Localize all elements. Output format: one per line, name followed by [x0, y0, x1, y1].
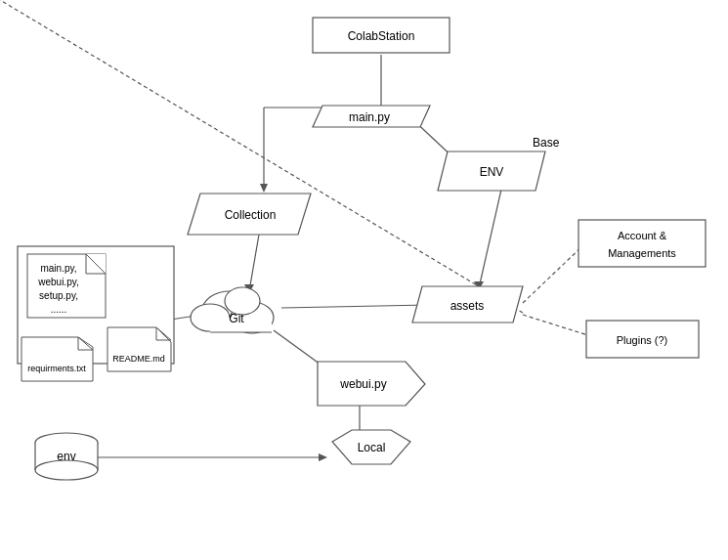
env-db-node: env — [35, 433, 98, 480]
colabstation-label: ColabStation — [348, 29, 415, 43]
svg-line-17 — [523, 315, 594, 337]
env-label: ENV — [480, 165, 504, 179]
assets-label: assets — [450, 299, 485, 313]
readme-icon — [107, 327, 171, 371]
webuipy-label: webui.py — [339, 377, 386, 391]
files-line3: setup.py, — [39, 290, 78, 301]
svg-line-6 — [249, 235, 259, 291]
requirements-icon — [21, 337, 93, 381]
files-line4: ...... — [51, 304, 67, 315]
requirements-label: requirments.txt — [27, 364, 86, 373]
plugins-label: Plugins (?) — [617, 334, 668, 346]
mainpy-label: main.py — [349, 110, 390, 124]
svg-marker-3 — [260, 184, 268, 193]
svg-line-18 — [281, 305, 428, 308]
diagram-svg: ColabStation main.py Base ENV Collection… — [0, 0, 728, 560]
git-node: Git — [191, 287, 274, 333]
collection-label: Collection — [225, 208, 277, 222]
readme-label: README.md — [112, 354, 165, 364]
svg-marker-14 — [319, 453, 327, 461]
account-node — [578, 220, 706, 267]
files-line1: main.py, — [40, 263, 76, 274]
svg-line-20 — [479, 181, 503, 288]
account-label-line2: Managements — [608, 247, 676, 259]
account-label-line1: Account & — [618, 230, 667, 241]
base-label: Base — [533, 136, 560, 150]
git-label: Git — [229, 312, 244, 325]
files-line2: webui.py, — [37, 277, 79, 287]
env-db-label: env — [57, 450, 75, 463]
local-label: Local — [358, 441, 386, 454]
svg-point-37 — [225, 287, 260, 315]
svg-point-42 — [35, 460, 98, 480]
svg-line-15 — [523, 244, 584, 303]
